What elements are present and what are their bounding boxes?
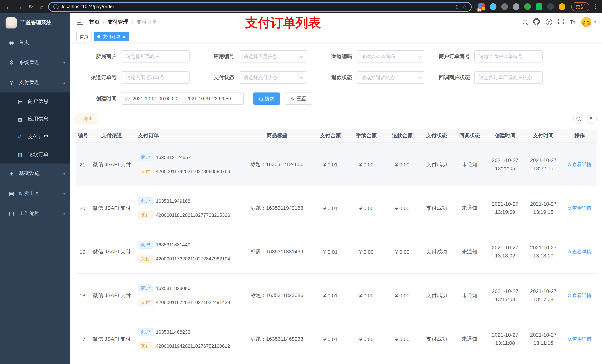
extension-icon-2[interactable]: [490, 3, 496, 10]
cell-pay-time: [524, 361, 562, 364]
cell-pay-time: 2021-10-2713:11:15: [524, 317, 562, 361]
sidebar-item-label: 研发工具: [19, 190, 61, 197]
close-tab-icon[interactable]: ×: [123, 34, 125, 39]
app-id-select[interactable]: 请选择应用信息: [239, 50, 307, 62]
sidebar-item-merchant-info[interactable]: ▤商户信息: [0, 93, 70, 110]
extension-icon-6[interactable]: [536, 3, 542, 10]
cell-order: 商户1635311823086支付42000011672021102710224…: [134, 274, 241, 317]
filter-pay-status: 支付状态请选择支付状态: [193, 71, 307, 83]
avatar[interactable]: [581, 17, 591, 27]
pay-order-no: 4200001174202110278060590766: [156, 169, 230, 174]
extension-icon-3[interactable]: [501, 3, 508, 10]
tab-home[interactable]: 首页: [76, 32, 92, 42]
sidebar-item-infrastructure[interactable]: ⊞基础设施▾: [0, 164, 70, 184]
sidebar-toggle-icon[interactable]: [76, 19, 84, 25]
site-info-icon[interactable]: i: [53, 4, 58, 9]
filter-label: 支付状态: [193, 74, 239, 81]
notify-status-select[interactable]: 请选择订单回调商户状态: [474, 71, 543, 83]
sidebar-item-app-info[interactable]: ▦应用信息: [0, 110, 70, 128]
page-body: 所属商户应用编号请选择应用信息渠道编码请输入渠道编码商户订单编号渠道订单号支付状…: [70, 43, 602, 364]
sidebar-item-system-management[interactable]: ⚙系统管理▾: [0, 52, 70, 73]
browser-update-button[interactable]: 更新: [571, 2, 589, 11]
view-detail-link[interactable]: 查看详情: [568, 161, 591, 168]
chevron-down-icon[interactable]: ▾: [594, 20, 596, 24]
tab-pay-order[interactable]: 支付订单 ×: [94, 32, 129, 42]
cell-action: 查看详情: [562, 143, 597, 186]
channel-order-no-input[interactable]: [121, 71, 190, 83]
create-time-range-picker[interactable]: 2021-10-01 00:00:00 - 2021-10-31 23:59:5…: [121, 93, 244, 105]
view-detail-link[interactable]: 查看详情: [568, 205, 591, 211]
browser-menu-icon[interactable]: ⋮: [592, 3, 598, 10]
cell-pay-amount: ¥ 0.01: [312, 186, 348, 230]
sidebar-item-label: 首页: [19, 39, 65, 46]
cell-notify-status: 未通知: [453, 230, 486, 274]
font-size-icon[interactable]: TT: [570, 19, 575, 25]
extension-icon-8[interactable]: [559, 3, 565, 10]
back-button[interactable]: ←: [4, 3, 13, 10]
address-bar[interactable]: i localhost:1024/pay/order ↥ ☆: [48, 2, 472, 12]
share-icon[interactable]: ↥: [455, 4, 459, 10]
cell-channel: 微信 JSAPI 支付: [89, 143, 134, 186]
fullscreen-icon[interactable]: [558, 18, 564, 26]
merchant-input[interactable]: [121, 50, 190, 62]
select-placeholder: 请输入渠道编码: [361, 53, 418, 60]
home-button[interactable]: ⌂: [37, 3, 47, 10]
chevron-down-icon: [535, 75, 539, 79]
export-button[interactable]: ↓ 导出: [75, 114, 97, 124]
chevron-down-icon: ▾: [63, 191, 65, 196]
sidebar-item-home[interactable]: ◉首页: [0, 32, 70, 52]
table-row: 20微信 JSAPI 支付商户1635311949168支付4200001181…: [75, 186, 597, 230]
search-icon[interactable]: [523, 20, 527, 24]
chevron-down-icon: ▾: [63, 211, 65, 216]
refresh-table-button[interactable]: ↻: [587, 114, 597, 124]
view-detail-link[interactable]: 查看详情: [568, 292, 591, 299]
sidebar-menu: ◉首页⚙系统管理▾¥支付管理▴▤商户信息▦应用信息◎支付订单▥退款订单⊞基础设施…: [0, 32, 70, 223]
sidebar-item-label: 支付订单: [28, 134, 65, 140]
sidebar-item-payment-management[interactable]: ¥支付管理▴: [0, 73, 70, 93]
reset-button[interactable]: ↻ 重置: [285, 93, 312, 105]
cell-title: 标题：1635312124656: [241, 143, 312, 186]
column-header-8: 支付状态: [420, 129, 453, 143]
cell-title: 标题：1635311949168: [241, 186, 312, 230]
extension-icon-7[interactable]: [547, 3, 554, 10]
bookmark-star-icon[interactable]: ☆: [462, 4, 466, 10]
help-icon[interactable]: ?: [546, 19, 552, 25]
pay-order-no: 4200001173202110272847982104: [156, 256, 230, 261]
search-button[interactable]: 搜索: [253, 93, 280, 105]
extension-icon-4[interactable]: [513, 3, 519, 10]
sidebar-item-label: 系统管理: [19, 59, 61, 66]
merchant-order-no-input[interactable]: [474, 50, 543, 62]
cell-title: [241, 361, 312, 364]
refresh-icon: ↻: [590, 116, 594, 122]
view-detail-label: 查看详情: [572, 336, 591, 342]
search-icon: [568, 338, 571, 341]
url-text[interactable]: localhost:1024/pay/order: [62, 4, 452, 9]
forward-button[interactable]: →: [15, 3, 24, 10]
refund-status-select[interactable]: 请选择退款状态: [356, 71, 425, 83]
view-detail-link[interactable]: 查看详情: [568, 336, 591, 342]
sidebar-item-dev-tools[interactable]: ▣研发工具▾: [0, 184, 70, 203]
view-detail-link[interactable]: 查看详情: [568, 248, 591, 255]
github-icon[interactable]: [533, 18, 540, 26]
chevron-up-icon: ▴: [63, 81, 65, 84]
breadcrumb-home[interactable]: 首页: [89, 19, 100, 25]
extension-icon-5[interactable]: [524, 3, 531, 10]
reload-button[interactable]: ↻: [26, 3, 35, 10]
chevron-down-icon: ▾: [63, 61, 65, 64]
pay-order-no: 4200001181202110277723215336: [156, 212, 230, 218]
header-actions: ? TT ▾: [523, 17, 596, 27]
merchant-info-icon: ▤: [16, 98, 24, 104]
pay-status-select[interactable]: 请选择支付状态: [239, 71, 307, 83]
channel-code-select[interactable]: 请输入渠道编码: [356, 50, 425, 62]
sidebar-item-workflow[interactable]: ▢工作流程▾: [0, 203, 70, 223]
sidebar-item-pay-order[interactable]: ◎支付订单: [0, 128, 70, 146]
download-icon: ↓: [80, 116, 82, 121]
sidebar-item-refund-order[interactable]: ▥退款订单: [0, 146, 70, 164]
cell-order: 商户1635311949168支付42000011812021102777232…: [134, 186, 241, 230]
filter-channel-code: 渠道编码请输入渠道编码: [311, 50, 425, 62]
cell-action: 查看详情: [562, 186, 597, 230]
toggle-search-button[interactable]: [573, 114, 583, 124]
breadcrumb-separator: /: [103, 19, 104, 25]
extension-icon-1[interactable]: 10: [478, 3, 485, 10]
breadcrumb-pay-management[interactable]: 支付管理: [108, 19, 129, 25]
